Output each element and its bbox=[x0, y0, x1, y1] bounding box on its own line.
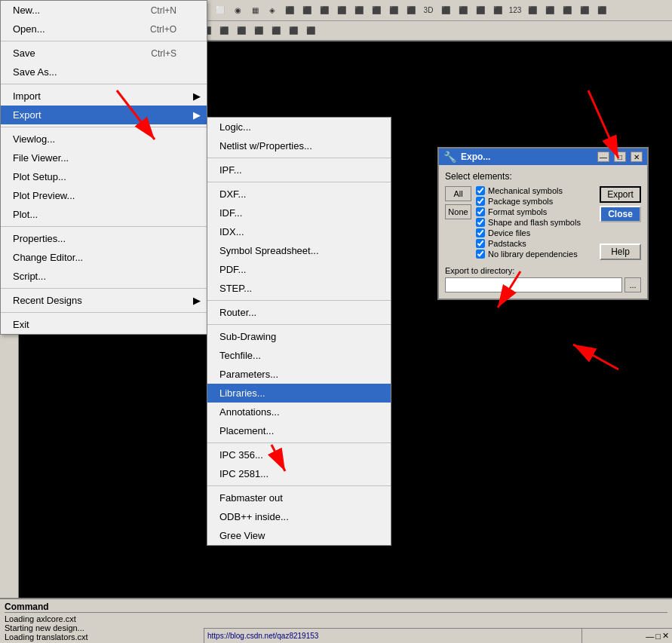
tb-r2[interactable]: ⬜ bbox=[212, 2, 229, 19]
submenu-netlist[interactable]: Netlist w/Properties... bbox=[207, 136, 391, 155]
submenu-odb[interactable]: ODB++ inside... bbox=[207, 507, 391, 526]
submenu-ipc2581[interactable]: IPC 2581... bbox=[207, 464, 391, 483]
tb-r5[interactable]: ◈ bbox=[264, 2, 281, 19]
dialog-minimize-btn[interactable]: — bbox=[597, 152, 609, 162]
tb-r10[interactable]: ⬛ bbox=[351, 2, 367, 19]
submenu-idf[interactable]: IDF... bbox=[207, 204, 391, 222]
export-arrow-icon: ▶ bbox=[193, 109, 201, 121]
menu-viewlog[interactable]: Viewlog... bbox=[1, 130, 207, 149]
command-label: Command bbox=[5, 602, 667, 613]
submenu-router[interactable]: Router... bbox=[207, 303, 391, 322]
checkbox-format-input[interactable] bbox=[476, 207, 485, 216]
tb-r18[interactable]: ⬛ bbox=[489, 2, 506, 19]
tb-r22[interactable]: ⬛ bbox=[559, 2, 575, 19]
checkbox-mechanical-input[interactable] bbox=[476, 186, 485, 195]
all-button[interactable]: All bbox=[445, 186, 471, 201]
menu-saveas[interactable]: Save As... bbox=[1, 63, 207, 81]
export-dir-section: Export to directory: ... bbox=[445, 266, 641, 292]
menu-save[interactable]: Save Ctrl+S bbox=[1, 44, 207, 63]
close-button[interactable]: Close bbox=[600, 206, 641, 222]
submenu-idx[interactable]: IDX... bbox=[207, 222, 391, 241]
tb-r19[interactable]: 123 bbox=[507, 2, 523, 19]
tb-r23[interactable]: ⬛ bbox=[576, 2, 593, 19]
submenu-gree[interactable]: Gree View bbox=[207, 526, 391, 545]
submenu-ipc356[interactable]: IPC 356... bbox=[207, 446, 391, 464]
submenu-parameters[interactable]: Parameters... bbox=[207, 365, 391, 384]
menu-import[interactable]: Import ▶ bbox=[1, 87, 207, 106]
submenu-libraries[interactable]: Libraries... bbox=[207, 384, 391, 403]
minimize-btn[interactable]: — bbox=[646, 632, 654, 641]
submenu-subdrawing[interactable]: Sub-Drawing bbox=[207, 327, 391, 346]
tb-r16[interactable]: ⬛ bbox=[455, 2, 471, 19]
sub-sep1 bbox=[207, 158, 391, 158]
tb-r9[interactable]: ⬛ bbox=[333, 2, 350, 19]
menu-changeeditor[interactable]: Change Editor... bbox=[1, 248, 207, 267]
submenu-annotations[interactable]: Annotations... bbox=[207, 403, 391, 421]
menu-new[interactable]: New... Ctrl+N bbox=[1, 1, 207, 20]
checkbox-shape-flash-label: Shape and flash symbols bbox=[488, 218, 581, 227]
dialog-main-row: All None Mechanical symbols Package symb… bbox=[445, 186, 641, 260]
checkbox-padstacks-input[interactable] bbox=[476, 239, 485, 248]
tb-r8[interactable]: ⬛ bbox=[316, 2, 333, 19]
help-button[interactable]: Help bbox=[600, 243, 641, 260]
menu-recentdesigns[interactable]: Recent Designs ▶ bbox=[1, 291, 207, 310]
submenu-step[interactable]: STEP... bbox=[207, 279, 391, 298]
tb-r11[interactable]: ⬛ bbox=[368, 2, 385, 19]
tb2-btn15[interactable]: ⬛ bbox=[250, 23, 267, 39]
checkbox-shape-flash-input[interactable] bbox=[476, 218, 485, 227]
checkbox-no-lib-dep: No library dependencies bbox=[476, 250, 591, 259]
tb2-btn14[interactable]: ⬛ bbox=[233, 23, 250, 39]
submenu-pdf[interactable]: PDF... bbox=[207, 260, 391, 279]
submenu-ipf[interactable]: IPF... bbox=[207, 161, 391, 179]
submenu-placement[interactable]: Placement... bbox=[207, 421, 391, 440]
submenu-logic[interactable]: Logic... bbox=[207, 118, 391, 136]
submenu-fabmaster[interactable]: Fabmaster out bbox=[207, 488, 391, 507]
tb-r24[interactable]: ⬛ bbox=[594, 2, 610, 19]
tb2-btn13[interactable]: ⬛ bbox=[216, 23, 232, 39]
export-button[interactable]: Export bbox=[600, 186, 641, 203]
checkbox-package-input[interactable] bbox=[476, 197, 485, 206]
checkbox-no-lib-dep-input[interactable] bbox=[476, 250, 485, 259]
tb-r7[interactable]: ⬛ bbox=[299, 2, 315, 19]
menu-plot[interactable]: Plot... bbox=[1, 205, 207, 224]
file-menu[interactable]: New... Ctrl+N Open... Ctrl+O Save Ctrl+S… bbox=[0, 0, 207, 335]
sub-sep2 bbox=[207, 182, 391, 182]
browse-button[interactable]: ... bbox=[624, 277, 641, 292]
menu-plotpreview[interactable]: Plot Preview... bbox=[1, 186, 207, 205]
tb-r13[interactable]: ⬛ bbox=[403, 2, 419, 19]
submenu-techfile[interactable]: Techfile... bbox=[207, 346, 391, 365]
export-dialog[interactable]: 🔧 Expo... — □ ✕ Select elements: All Non… bbox=[437, 147, 649, 300]
tb-r6[interactable]: ⬛ bbox=[281, 2, 298, 19]
menu-properties[interactable]: Properties... bbox=[1, 229, 207, 248]
menu-sep5 bbox=[1, 288, 207, 289]
submenu-dxf[interactable]: DXF... bbox=[207, 185, 391, 204]
dialog-close-btn[interactable]: ✕ bbox=[631, 152, 643, 162]
tb2-btn17[interactable]: ⬛ bbox=[285, 23, 302, 39]
menu-export[interactable]: Export ▶ bbox=[1, 106, 207, 124]
menu-script[interactable]: Script... bbox=[1, 267, 207, 286]
sub-sep4 bbox=[207, 324, 391, 325]
export-dir-input[interactable] bbox=[445, 277, 622, 292]
close-btn-app[interactable]: ✕ bbox=[662, 631, 669, 641]
submenu-symspread[interactable]: Symbol Spreadsheet... bbox=[207, 241, 391, 260]
tb-r3[interactable]: ◉ bbox=[229, 2, 246, 19]
export-submenu[interactable]: Logic... Netlist w/Properties... IPF... … bbox=[207, 117, 391, 546]
menu-exit[interactable]: Exit bbox=[1, 315, 207, 334]
tb-r15[interactable]: ⬛ bbox=[437, 2, 454, 19]
menu-fileviewer[interactable]: File Viewer... bbox=[1, 149, 207, 167]
tb2-btn18[interactable]: ⬛ bbox=[302, 23, 319, 39]
url-text: https://blog.csdn.net/qaz8219153 bbox=[207, 632, 318, 640]
tb-r12[interactable]: ⬛ bbox=[385, 2, 402, 19]
tb-r4[interactable]: ▦ bbox=[247, 2, 263, 19]
dialog-restore-btn[interactable]: □ bbox=[614, 152, 626, 162]
tb-r17[interactable]: ⬛ bbox=[472, 2, 489, 19]
menu-open[interactable]: Open... Ctrl+O bbox=[1, 20, 207, 38]
menu-plotsetup[interactable]: Plot Setup... bbox=[1, 167, 207, 186]
tb2-btn16[interactable]: ⬛ bbox=[268, 23, 284, 39]
tb-r20[interactable]: ⬛ bbox=[524, 2, 541, 19]
tb-r14[interactable]: 3D bbox=[420, 2, 437, 19]
none-button[interactable]: None bbox=[445, 204, 471, 219]
checkbox-device-input[interactable] bbox=[476, 228, 485, 237]
tb-r21[interactable]: ⬛ bbox=[542, 2, 558, 19]
restore-btn[interactable]: □ bbox=[655, 632, 661, 641]
